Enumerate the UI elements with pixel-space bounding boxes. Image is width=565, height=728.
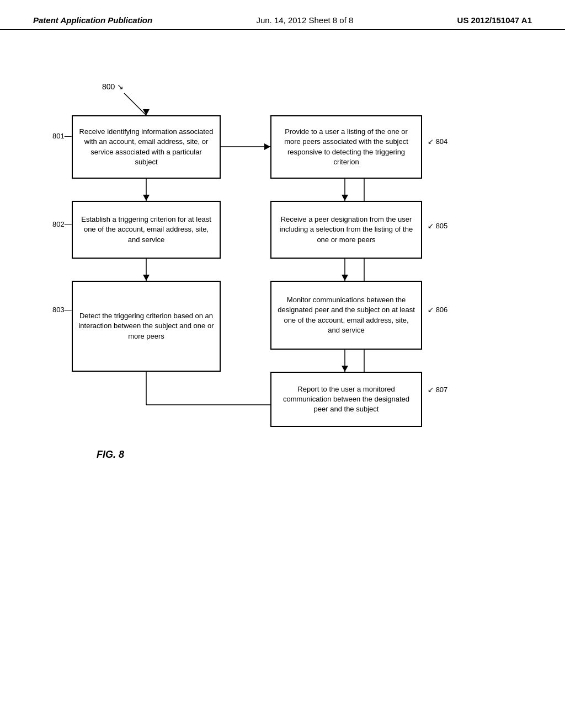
flow-box-803: Detect the triggering criterion based on… <box>72 281 221 372</box>
svg-marker-15 <box>342 275 348 281</box>
step-label-806: ↙ 806 <box>428 306 447 314</box>
step-label-805: ↙ 805 <box>428 222 447 230</box>
header-publication-label: Patent Application Publication <box>33 15 152 25</box>
step-label-807: ↙ 807 <box>428 386 447 394</box>
flow-box-804: Provide to a user a listing of the one o… <box>270 115 422 179</box>
flow-box-805: Receive a peer designation from the user… <box>270 201 422 259</box>
step-label-803: 803— <box>52 306 72 314</box>
header-date-sheet: Jun. 14, 2012 Sheet 8 of 8 <box>256 15 353 25</box>
svg-marker-11 <box>264 143 270 150</box>
header: Patent Application Publication Jun. 14, … <box>0 0 565 30</box>
fig-label: FIG. 8 <box>97 449 124 461</box>
svg-marker-3 <box>143 195 150 201</box>
flow-box-807: Report to the user a monitored communica… <box>270 372 422 427</box>
svg-marker-13 <box>342 195 348 201</box>
step-label-802: 802— <box>52 220 72 228</box>
flow-box-806: Monitor communications between the desig… <box>270 281 422 350</box>
svg-marker-5 <box>143 275 150 281</box>
svg-marker-17 <box>342 366 348 372</box>
diagram-number-label: 800 ↘ <box>102 82 124 91</box>
diagram-area: 800 ↘ 801— Receive identifying informati… <box>0 30 565 692</box>
step-label-804: ↙ 804 <box>428 137 447 146</box>
header-patent-number: US 2012/151047 A1 <box>457 15 532 25</box>
flow-box-801: Receive identifying information associat… <box>72 115 221 179</box>
flow-box-802: Establish a triggering criterion for at … <box>72 201 221 259</box>
svg-marker-1 <box>143 109 150 115</box>
step-label-801: 801— <box>52 132 72 140</box>
page: Patent Application Publication Jun. 14, … <box>0 0 565 728</box>
svg-line-0 <box>124 93 146 115</box>
